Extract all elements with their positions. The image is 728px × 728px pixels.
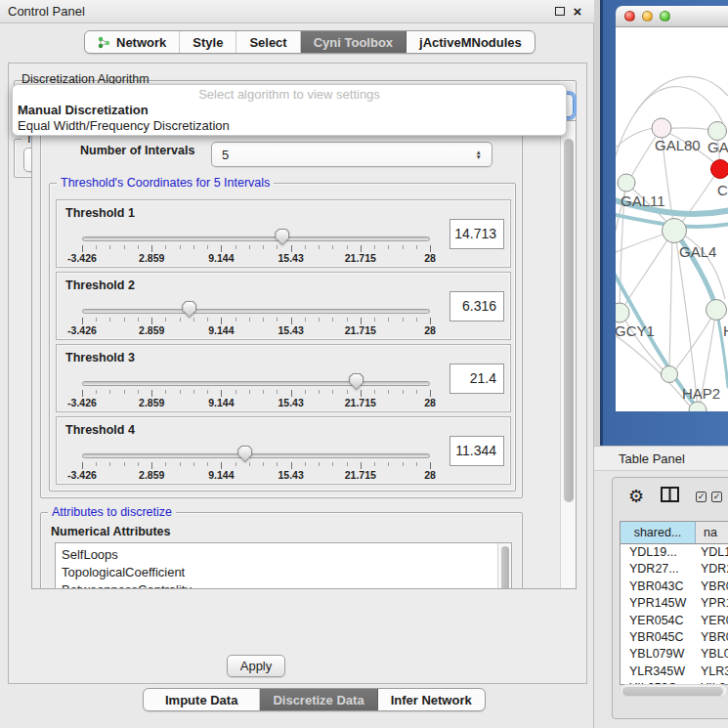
network-canvas[interactable]: GAL80GACGAL11GAL4GCY1HHAP2 xyxy=(616,27,728,411)
attribute-list-item[interactable]: BetweennessCentrality xyxy=(62,581,511,589)
network-edge[interactable] xyxy=(622,234,671,309)
gear-icon[interactable]: ⚙ xyxy=(628,488,644,505)
tick-label: 28 xyxy=(424,469,436,481)
cell-name[interactable]: YBR0 xyxy=(696,629,728,646)
network-edge[interactable] xyxy=(669,235,672,371)
table-row[interactable]: YDL19...YDL1 xyxy=(621,544,728,561)
tab-impute-data[interactable]: Impute Data xyxy=(144,689,260,710)
table-panel-header: Table Panel xyxy=(594,446,728,471)
network-node[interactable] xyxy=(652,118,671,138)
panel-scrollbar[interactable] xyxy=(560,121,576,588)
slider-ticks xyxy=(82,462,431,469)
node-table: shared... na YDL19...YDL1YDR27...YDR2YBR… xyxy=(620,521,728,685)
threshold-4-slider-track[interactable] xyxy=(82,453,430,458)
cell-shared-name[interactable]: YBL079W xyxy=(621,646,696,663)
table-row[interactable]: YPR145WYPR1 xyxy=(621,595,728,612)
threshold-1-value-field[interactable]: 14.713 xyxy=(450,219,504,249)
close-traffic-light-icon[interactable] xyxy=(624,11,635,21)
threshold-3-slider-track[interactable] xyxy=(82,381,430,386)
dropdown-item-equal-width-frequency[interactable]: Equal Width/Frequency Discretization xyxy=(13,118,566,134)
threshold-4-slider-thumb[interactable] xyxy=(237,446,252,462)
dropdown-placeholder: Select algorithm to view settings xyxy=(13,87,566,103)
cell-name[interactable]: YER0 xyxy=(696,613,728,629)
cell-shared-name[interactable]: YER054C xyxy=(621,613,696,629)
threshold-4-label: Threshold 4 xyxy=(65,423,135,437)
cell-shared-name[interactable]: YDL19... xyxy=(621,544,696,561)
threshold-3-slider-thumb[interactable] xyxy=(349,373,364,390)
network-node[interactable] xyxy=(707,300,727,321)
threshold-3-panel: Threshold 3 -3.4262.8599.14415.4321.7152… xyxy=(56,344,511,412)
tab-select[interactable]: Select xyxy=(236,31,300,53)
network-node[interactable] xyxy=(616,303,629,322)
threshold-3-value-field[interactable]: 21.4 xyxy=(450,364,504,394)
cell-shared-name[interactable]: YLR345W xyxy=(621,664,696,680)
cell-name[interactable]: YDL1 xyxy=(696,544,728,561)
network-edge[interactable] xyxy=(678,172,717,227)
cell-shared-name[interactable]: YBR045C xyxy=(621,629,696,646)
cell-name[interactable]: YBL0 xyxy=(696,646,728,663)
threshold-4-value-field[interactable]: 11.344 xyxy=(450,436,504,466)
cell-shared-name[interactable]: YDR27... xyxy=(621,561,696,578)
tab-jactivemnodules[interactable]: jActiveMNodules xyxy=(407,31,535,53)
threshold-1-slider-track[interactable] xyxy=(82,236,430,241)
apply-button[interactable]: Apply xyxy=(227,655,285,677)
tab-cyni-toolbox[interactable]: Cyni Toolbox xyxy=(301,31,407,53)
table-row[interactable]: YLR345WYLR3 xyxy=(621,664,728,680)
table-row[interactable]: YBR043CYBR0 xyxy=(621,578,728,595)
checkbox-icon[interactable]: ✓ xyxy=(711,492,722,502)
network-node[interactable] xyxy=(711,160,728,179)
panel-scrollbar-thumb[interactable] xyxy=(564,139,574,502)
network-edge[interactable] xyxy=(635,87,723,123)
tick-label: -3.426 xyxy=(67,469,97,481)
tick-label: 9.144 xyxy=(208,469,234,481)
close-icon[interactable]: × xyxy=(569,3,586,20)
tick-label: 15.43 xyxy=(278,252,303,264)
network-node[interactable] xyxy=(708,122,727,141)
zoom-traffic-light-icon[interactable] xyxy=(660,11,670,21)
threshold-1-slider-thumb[interactable] xyxy=(275,229,289,245)
attribute-list-item[interactable]: SelfLoops xyxy=(62,546,511,564)
combo-stepper-icon: ▲▼ xyxy=(476,150,482,159)
column-header-shared-name[interactable]: shared... xyxy=(621,522,696,543)
cell-name[interactable]: YDR2 xyxy=(696,561,728,578)
split-columns-icon[interactable] xyxy=(661,487,679,506)
cell-name[interactable]: YBR0 xyxy=(696,578,728,595)
number-of-intervals-combobox[interactable]: 5 ▲▼ xyxy=(211,142,492,167)
network-node[interactable] xyxy=(618,174,635,192)
tab-style[interactable]: Style xyxy=(180,31,236,53)
column-header-name[interactable]: na xyxy=(696,522,728,543)
tab-discretize-data[interactable]: Discretize Data xyxy=(260,689,377,710)
threshold-2-slider-thumb[interactable] xyxy=(182,301,196,318)
network-edge[interactable] xyxy=(664,128,713,130)
list-scrollbar-thumb[interactable] xyxy=(501,546,509,589)
cell-name[interactable]: YLR3 xyxy=(696,664,728,680)
network-edge[interactable] xyxy=(616,233,669,254)
table-row[interactable]: YBL079WYBL0 xyxy=(621,646,728,663)
tick-label: 21.715 xyxy=(345,397,376,408)
network-window-titlebar[interactable] xyxy=(616,6,728,27)
network-node[interactable] xyxy=(662,366,678,383)
table-row[interactable]: YER054CYER0 xyxy=(621,613,728,629)
minimize-traffic-light-icon[interactable] xyxy=(642,11,653,21)
threshold-2-slider-track[interactable] xyxy=(82,309,430,314)
float-window-icon[interactable] xyxy=(551,4,569,19)
table-row[interactable]: YBR045CYBR0 xyxy=(621,629,728,646)
table-hscrollbar-thumb[interactable] xyxy=(622,687,723,696)
tab-network[interactable]: Network xyxy=(85,31,180,53)
cell-shared-name[interactable]: YPR145W xyxy=(621,595,696,612)
network-node-label: C xyxy=(717,182,728,198)
cell-name[interactable]: YPR1 xyxy=(696,595,728,612)
table-row[interactable]: YDR27...YDR2 xyxy=(621,561,728,578)
threshold-2-value-field[interactable]: 6.316 xyxy=(450,291,504,321)
cell-shared-name[interactable]: YBR043C xyxy=(621,578,696,595)
dropdown-item-manual-discretization[interactable]: Manual Discretization xyxy=(13,103,566,118)
checkbox-icon[interactable]: ✓ xyxy=(696,492,707,502)
attribute-list-item[interactable]: TopologicalCoefficient xyxy=(62,564,511,581)
tick-label: 9.144 xyxy=(208,252,234,264)
network-node[interactable] xyxy=(663,219,687,243)
slider-tick-labels: -3.4262.8599.14415.4321.71528 xyxy=(82,252,430,264)
tick-label: 9.144 xyxy=(208,324,234,336)
tab-infer-network[interactable]: Infer Network xyxy=(378,689,485,710)
table-horizontal-scrollbar[interactable] xyxy=(620,684,728,697)
list-scrollbar[interactable] xyxy=(497,543,511,589)
